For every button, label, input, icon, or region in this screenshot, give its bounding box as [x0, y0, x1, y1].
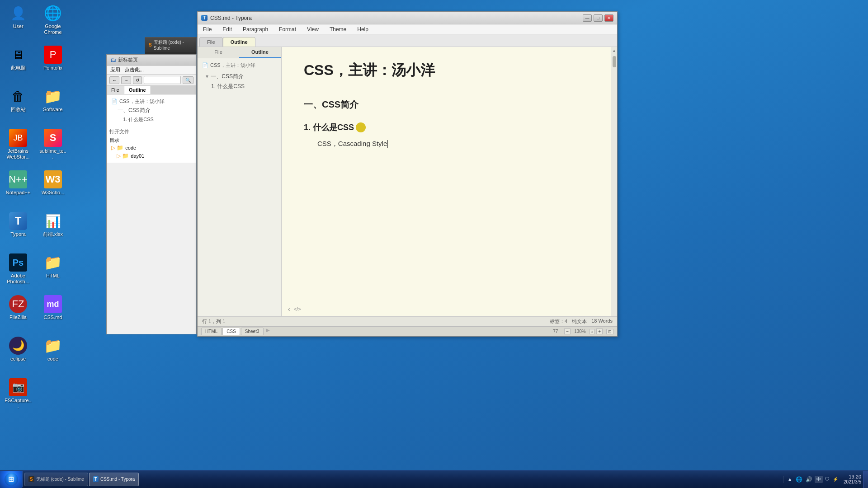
- desktop-icon-w3school[interactable]: W3 W3Scho...: [37, 169, 69, 209]
- computer-icon: 🖥: [9, 46, 27, 64]
- typora-window[interactable]: T CSS.md - Typora — □ ✕ File Edit Paragr…: [197, 11, 618, 337]
- tab-file[interactable]: File: [199, 37, 223, 47]
- scroll-up-arrow[interactable]: ▲: [612, 47, 616, 54]
- tray-network-icon[interactable]: 🌐: [795, 476, 803, 483]
- tray-expand-icon[interactable]: ▲: [786, 476, 793, 483]
- taskbar-sublime[interactable]: S 无标题 (code) - Sublime: [24, 473, 88, 486]
- zoom-reset-button[interactable]: ○: [590, 329, 594, 334]
- desktop-icon-eclipse[interactable]: 🌙 eclipse: [2, 335, 34, 375]
- menu-file[interactable]: File: [200, 25, 214, 33]
- expand-sheets-icon[interactable]: ▶: [264, 328, 272, 335]
- browser-menu-apps[interactable]: 应用: [110, 66, 120, 73]
- start-orb: ⊞: [5, 473, 18, 486]
- clock-time: 19:20: [844, 474, 861, 479]
- desktop-icon-user[interactable]: 👤 User: [2, 2, 34, 43]
- menu-theme[interactable]: Theme: [327, 25, 349, 33]
- scroll-right-bar[interactable]: ▲: [611, 47, 617, 316]
- outline-item-2[interactable]: 1. 什么是CSS: [114, 115, 193, 124]
- desktop-icon-recyclebin[interactable]: 🗑 回收站: [2, 85, 34, 126]
- tab-file[interactable]: File: [107, 86, 124, 94]
- desktop-icon-sublime[interactable]: S sublime_te...: [37, 127, 69, 168]
- tray-sound-icon[interactable]: 🔊: [805, 476, 813, 483]
- source-mode-icon[interactable]: </>: [294, 306, 301, 312]
- left-arrow-icon[interactable]: ‹: [288, 305, 290, 313]
- browser-body: 📄 CSS，主讲：汤小洋 一、CSS简介 1. 什么是CSS 打开文件 目录 ▷…: [107, 94, 196, 163]
- sidebar-outline-content: 📄 CSS，主讲：汤小洋 ▾ 一、CSS简介 1. 什么是CSS: [198, 58, 281, 316]
- menu-help[interactable]: Help: [354, 25, 371, 33]
- typora-desktop-icon: T: [9, 212, 27, 230]
- menu-view[interactable]: View: [304, 25, 321, 33]
- statusbar-right: 标签：4 纯文本 18 Words: [550, 318, 613, 325]
- system-tray: ▲ 🌐 🔊 中 🛡 ⚡: [783, 476, 841, 483]
- desktop-icon-html[interactable]: 📁 HTML: [37, 252, 69, 292]
- sidebar-outline-item-2[interactable]: 1. 什么是CSS: [204, 82, 278, 91]
- fit-page-button[interactable]: ⊡: [606, 329, 613, 334]
- tab-html[interactable]: HTML: [201, 328, 222, 335]
- typora-bottom-bar: HTML CSS Sheet3 ▶ 77 − 130% ○ + ⊡: [198, 326, 617, 336]
- typora-title-text-label: CSS.md - Typora: [210, 15, 252, 21]
- folder-code[interactable]: ▷ 📁 code: [109, 144, 193, 152]
- browser-window[interactable]: 🗂 新标签页 应用 点击此... ← → ↺ 🔍 File Outline: [106, 54, 197, 334]
- maximize-button[interactable]: □: [594, 14, 603, 22]
- folder-icon: ▷ 📁: [111, 145, 123, 151]
- desktop-icon-cssmd[interactable]: md CSS.md: [37, 293, 69, 334]
- search-button[interactable]: 🔍: [183, 76, 193, 84]
- desktop-icon-software[interactable]: 📁 Software: [37, 85, 69, 126]
- zoom-in-button[interactable]: +: [596, 328, 603, 334]
- cursor-position: 行 1，列 1: [202, 318, 225, 325]
- zoom-out-button[interactable]: −: [564, 328, 571, 334]
- tray-power-icon[interactable]: ⚡: [832, 477, 839, 482]
- desktop-icon-notepadpp[interactable]: N++ Notepad++: [2, 169, 34, 209]
- minimize-button[interactable]: —: [583, 14, 592, 22]
- sidebar-tab-outline[interactable]: Outline: [239, 47, 281, 58]
- desktop: 👤 User 🌐 Google Chrome 🖥 此电脑 P Pointofix…: [0, 0, 868, 488]
- zoom-level: 130%: [572, 329, 588, 334]
- desktop-icon-filezilla[interactable]: FZ FileZilla: [2, 293, 34, 334]
- desktop-icon-photoshop[interactable]: Ps Adobe Photosh...: [2, 252, 34, 292]
- w3school-icon: W3: [44, 170, 62, 188]
- tab-sheet3[interactable]: Sheet3: [241, 328, 264, 335]
- desktop-icon-computer[interactable]: 🖥 此电脑: [2, 44, 34, 84]
- desktop-icon-excel[interactable]: 📊 前端.xlsx: [37, 210, 69, 251]
- edit-mode: 纯文本: [572, 318, 587, 325]
- folder-day01[interactable]: ▷ 📁 day01: [115, 152, 193, 160]
- notepadpp-icon: N++: [9, 170, 27, 188]
- desktop-icon-typora[interactable]: T Typora: [2, 210, 34, 251]
- close-button[interactable]: ✕: [604, 14, 613, 22]
- menu-edit[interactable]: Edit: [220, 25, 235, 33]
- editor-bottom-icons: ‹ </>: [288, 305, 301, 313]
- start-button[interactable]: ⊞: [0, 471, 23, 488]
- tray-security-icon[interactable]: 🛡: [824, 477, 830, 482]
- desktop-icon-jetbrains[interactable]: JB JetBrains WebStor...: [2, 127, 34, 168]
- desktop-icon-chrome[interactable]: 🌐 Google Chrome: [37, 2, 69, 43]
- desktop-icon-pointofix[interactable]: P Pointofix: [37, 44, 69, 84]
- tab-outline[interactable]: Outline: [223, 37, 255, 47]
- sidebar-tab-bar: File Outline: [198, 47, 281, 58]
- menu-format[interactable]: Format: [276, 25, 299, 33]
- system-clock[interactable]: 19:20 2021/3/5: [841, 474, 863, 484]
- tab-css[interactable]: CSS: [222, 328, 240, 335]
- sublime-title-text: 无标题 (code) - Sublime: [154, 39, 193, 51]
- browser-menu-click[interactable]: 点击此...: [125, 66, 144, 73]
- typora-editor[interactable]: CSS，主讲：汤小洋 一、CSS简介 1. 什么是CSS CSS，Cascadi…: [281, 47, 617, 316]
- scroll-thumb[interactable]: [613, 56, 616, 67]
- sidebar-outline-item-1[interactable]: ▾ 一、CSS简介: [204, 71, 278, 82]
- typora-statusbar: 行 1，列 1 标签：4 纯文本 18 Words: [198, 316, 617, 326]
- tray-ime-icon[interactable]: 中: [815, 476, 823, 483]
- browser-toolbar: ← → ↺ 🔍: [107, 75, 196, 86]
- show-desktop-button[interactable]: [863, 471, 868, 488]
- menu-paragraph[interactable]: Paragraph: [240, 25, 271, 33]
- refresh-button[interactable]: ↺: [133, 76, 142, 84]
- outline-item-1[interactable]: 一、CSS简介: [114, 106, 193, 115]
- nav-label: 目录: [109, 137, 193, 144]
- editor-item1-text[interactable]: CSS，Cascading Style: [317, 140, 387, 147]
- forward-button[interactable]: →: [121, 76, 131, 84]
- back-button[interactable]: ←: [109, 76, 119, 84]
- desktop-icon-code[interactable]: 📁 code: [37, 335, 69, 375]
- sidebar-tab-file[interactable]: File: [198, 47, 239, 58]
- taskbar-typora[interactable]: T CSS.md - Typora: [89, 473, 139, 486]
- tag-count: 标签：4: [550, 318, 567, 325]
- tab-outline[interactable]: Outline: [124, 86, 151, 94]
- html-folder-icon: 📁: [44, 253, 62, 272]
- desktop-icon-fscapture[interactable]: 📷 FSCapture...: [2, 376, 34, 417]
